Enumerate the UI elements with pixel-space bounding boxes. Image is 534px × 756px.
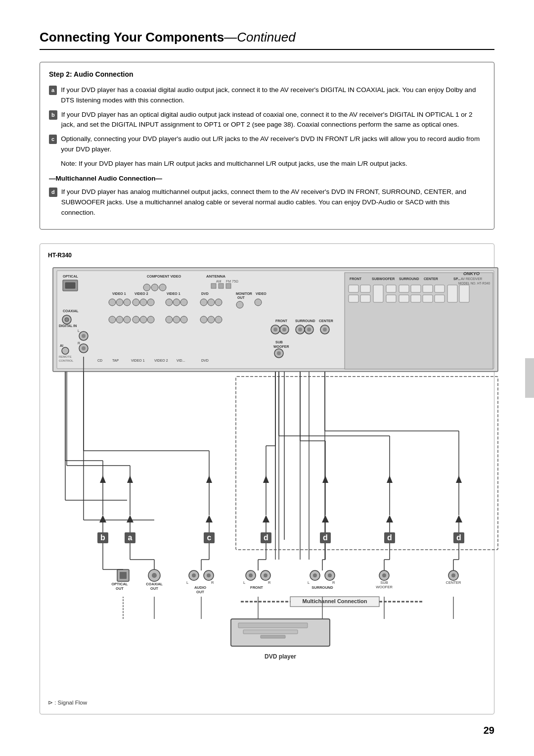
svg-text:d: d (456, 533, 461, 542)
svg-rect-102 (459, 285, 469, 302)
svg-text:DVD: DVD (201, 359, 209, 362)
page-container: Connecting Your Components—Continued Ste… (0, 0, 534, 756)
svg-text:CENTER: CENTER (446, 580, 461, 585)
svg-text:VIDEO 1: VIDEO 1 (167, 292, 180, 295)
svg-point-54 (82, 334, 86, 338)
svg-rect-101 (447, 285, 457, 302)
svg-text:OUT: OUT (196, 590, 204, 594)
page-title: Connecting Your Components—Continued (40, 30, 494, 50)
svg-rect-95 (399, 295, 409, 302)
svg-text:COAXIAL: COAXIAL (146, 582, 163, 586)
svg-point-168 (249, 573, 253, 577)
svg-marker-145 (386, 515, 393, 522)
svg-rect-100 (435, 295, 445, 302)
step-title: Step 2: Audio Connection (49, 69, 485, 80)
title-main: Connecting Your Components (40, 30, 224, 45)
svg-point-10 (151, 284, 158, 291)
svg-rect-96 (411, 295, 421, 302)
svg-text:VIDEO 1: VIDEO 1 (131, 359, 145, 362)
svg-text:SURROUND: SURROUND (399, 277, 419, 281)
svg-text:b: b (100, 533, 105, 542)
svg-point-186 (451, 573, 455, 577)
svg-text:c: c (207, 533, 212, 542)
svg-point-72 (298, 328, 302, 331)
svg-text:MONITOR: MONITOR (236, 292, 252, 295)
svg-rect-94 (386, 295, 396, 302)
svg-text:SP...: SP... (453, 277, 460, 281)
svg-text:ONKYO: ONKYO (463, 271, 480, 276)
svg-text:COMPONENT VIDEO: COMPONENT VIDEO (147, 275, 181, 278)
svg-rect-91 (386, 285, 396, 292)
svg-point-35 (255, 299, 262, 306)
svg-rect-14 (65, 283, 75, 288)
svg-rect-90 (373, 285, 383, 302)
item-c-note: Note: If your DVD player has main L/R ou… (61, 159, 485, 169)
svg-marker-127 (99, 515, 106, 522)
side-tab (525, 358, 534, 398)
svg-point-41 (116, 316, 123, 323)
svg-point-68 (273, 328, 277, 331)
page-number: 29 (484, 725, 494, 736)
svg-point-22 (147, 299, 154, 306)
svg-text:CENTER: CENTER (319, 319, 333, 323)
svg-point-106 (277, 351, 281, 355)
svg-text:CONTROL: CONTROL (59, 359, 74, 362)
item-d-badge: d (49, 188, 57, 197)
svg-marker-141 (322, 515, 329, 522)
svg-text:OUT: OUT (150, 586, 158, 591)
svg-point-25 (173, 299, 180, 306)
receiver-label: HT-R340 (48, 252, 486, 259)
svg-point-50 (208, 316, 215, 323)
svg-text:DVD player: DVD player (265, 653, 296, 660)
instruction-item-b: b If your DVD player has an optical digi… (49, 110, 485, 131)
svg-point-182 (382, 573, 386, 577)
svg-text:TAP: TAP (112, 359, 119, 362)
svg-text:L: L (308, 580, 310, 585)
step-number: Step 2: (49, 70, 72, 78)
svg-marker-137 (263, 515, 269, 522)
svg-text:d: d (323, 533, 328, 542)
svg-text:VIDEO: VIDEO (256, 292, 267, 295)
svg-rect-89 (360, 295, 370, 302)
svg-point-45 (147, 316, 154, 323)
svg-rect-92 (399, 285, 409, 292)
svg-point-47 (173, 316, 180, 323)
svg-text:SUBWOOFER: SUBWOOFER (372, 277, 395, 281)
svg-text:R: R (332, 580, 335, 585)
svg-point-57 (82, 346, 86, 350)
svg-point-9 (143, 284, 150, 291)
svg-point-156 (152, 573, 157, 578)
title-continued: —Continued (224, 30, 296, 45)
svg-point-30 (215, 299, 222, 306)
signal-flow-note: ⊳ : Signal Flow (48, 699, 486, 706)
svg-text:R: R (211, 580, 214, 585)
svg-text:AUDIO: AUDIO (194, 585, 206, 590)
svg-text:VIDEO 2: VIDEO 2 (154, 359, 168, 362)
svg-text:OPTICAL: OPTICAL (63, 275, 78, 278)
svg-text:FRONT: FRONT (350, 277, 362, 281)
svg-point-175 (313, 573, 317, 577)
svg-marker-129 (127, 515, 134, 522)
svg-rect-7 (226, 284, 231, 288)
svg-point-48 (180, 316, 187, 323)
svg-text:VID...: VID... (177, 359, 185, 362)
svg-point-49 (200, 316, 207, 323)
svg-point-177 (328, 573, 332, 577)
svg-text:SURROUND: SURROUND (295, 319, 315, 323)
step-label: Audio Connection (74, 70, 134, 78)
svg-point-74 (307, 328, 311, 331)
item-c-text: Optionally, connecting your DVD player's… (61, 134, 485, 155)
svg-text:FRONT: FRONT (275, 319, 288, 323)
item-b-badge: b (49, 110, 57, 120)
svg-text:d: d (387, 533, 392, 542)
svg-text:OUT: OUT (116, 586, 124, 591)
svg-text:DVD: DVD (201, 292, 209, 295)
svg-text:L: L (186, 580, 188, 585)
svg-point-42 (124, 316, 131, 323)
item-a-text: If your DVD player has a coaxial digital… (61, 85, 485, 106)
svg-rect-99 (423, 295, 433, 302)
svg-text:WOOFER: WOOFER (273, 345, 289, 348)
svg-rect-88 (349, 295, 358, 302)
svg-text:CENTER: CENTER (424, 277, 438, 281)
svg-rect-215 (243, 630, 298, 634)
